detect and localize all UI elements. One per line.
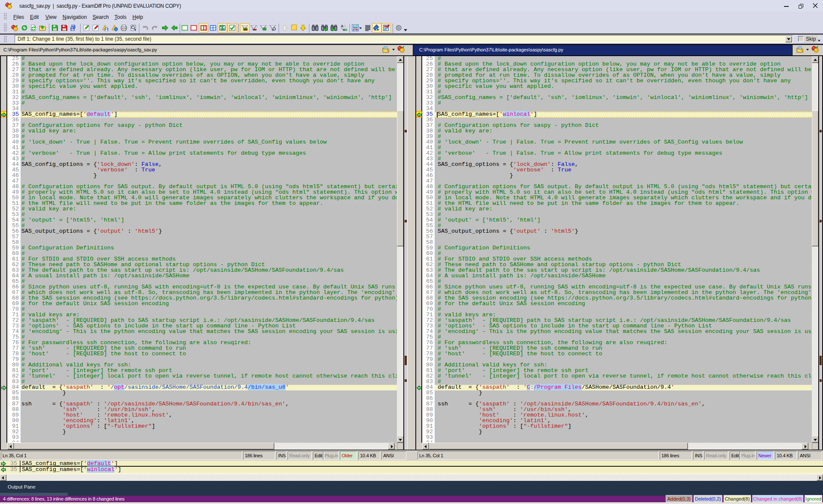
- svg-text:B: B: [345, 28, 347, 31]
- svg-text:A: A: [341, 24, 343, 28]
- svg-text:B: B: [344, 24, 346, 28]
